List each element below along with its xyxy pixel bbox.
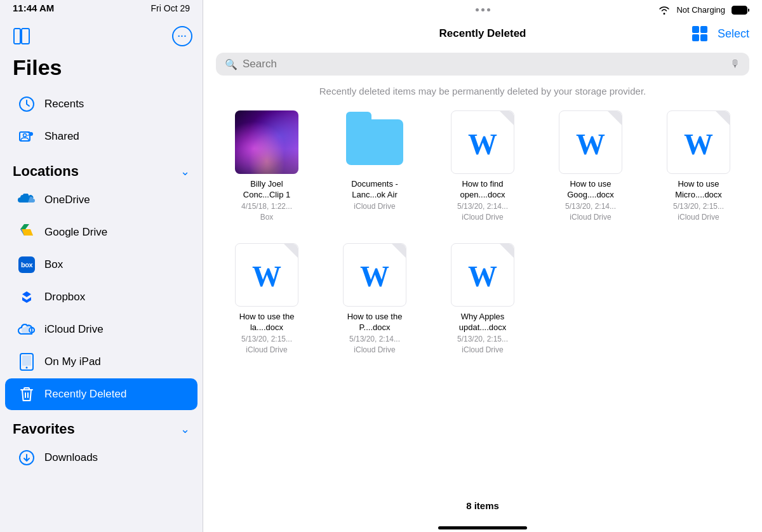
status-bar: 11:44 AM Fri Oct 29 <box>0 0 203 16</box>
header-actions: Select <box>572 25 749 43</box>
file-thumbnail: W <box>343 243 406 307</box>
file-meta-source: iCloud Drive <box>246 345 287 356</box>
file-item[interactable]: W How to use Micro....docx 5/13/20, 2:15… <box>648 107 749 227</box>
svg-rect-15 <box>700 34 707 41</box>
file-meta-date: 5/13/20, 2:15... <box>241 335 292 345</box>
sidebar-item-recentlydeleted[interactable]: Recently Deleted <box>5 378 197 410</box>
file-meta-date: 5/13/20, 2:14... <box>565 202 616 212</box>
sidebar: 11:44 AM Fri Oct 29 ··· Files Recents <box>0 0 203 532</box>
svg-rect-12 <box>692 26 699 33</box>
onedrive-icon <box>18 191 36 209</box>
file-meta-date: 5/13/20, 2:15... <box>457 335 508 345</box>
search-icon: 🔍 <box>225 58 237 70</box>
sidebar-item-recents[interactable]: Recents <box>5 88 197 120</box>
file-name: How to use Micro....docx <box>664 179 733 201</box>
file-meta-source: iCloud Drive <box>462 213 503 223</box>
file-meta-source: iCloud Drive <box>462 345 503 356</box>
sidebar-item-onedrive[interactable]: OneDrive <box>5 184 197 216</box>
sidebar-item-label: On My iPad <box>44 356 101 368</box>
locations-chevron-icon[interactable]: ⌄ <box>180 164 190 178</box>
sidebar-item-downloads[interactable]: Downloads <box>5 442 197 474</box>
file-meta-date: 5/13/20, 2:14... <box>349 335 400 345</box>
info-banner: Recently deleted items may be permanentl… <box>203 83 762 107</box>
favorites-section-header: Favorites ⌄ <box>0 411 203 441</box>
clock-icon <box>18 95 36 113</box>
home-indicator <box>203 521 762 532</box>
file-meta-date: 5/13/20, 2:15... <box>673 202 724 212</box>
sidebar-item-label: Downloads <box>44 451 98 464</box>
svg-rect-1 <box>22 29 29 44</box>
file-name: How to use the P....docx <box>340 312 410 333</box>
svg-rect-13 <box>700 26 707 33</box>
sidebar-item-label: Shared <box>44 130 79 143</box>
sidebar-title: Files <box>0 50 203 88</box>
file-meta-source: iCloud Drive <box>354 345 395 356</box>
grid-view-button[interactable] <box>691 25 709 43</box>
search-input[interactable] <box>243 58 725 70</box>
favorites-chevron-icon[interactable]: ⌄ <box>180 422 190 436</box>
file-item[interactable]: W Why Apples updat....docx 5/13/20, 2:15… <box>432 239 533 359</box>
file-item[interactable]: Documents - Lanc...ok Air iCloud Drive <box>324 107 425 227</box>
sidebar-item-label: Recents <box>44 98 84 110</box>
file-name: Documents - Lanc...ok Air <box>340 179 410 201</box>
status-date: Fri Oct 29 <box>151 3 190 13</box>
sidebar-item-label: Box <box>44 258 63 271</box>
file-name: How to use the la....docx <box>232 312 302 333</box>
file-meta-source: iCloud Drive <box>570 213 611 223</box>
sidebar-item-shared[interactable]: Shared <box>5 121 197 152</box>
file-name: Why Apples updat....docx <box>448 312 518 333</box>
file-meta-source: iCloud Drive <box>354 202 395 212</box>
search-bar[interactable]: 🔍 🎙 <box>216 53 749 76</box>
main-dots <box>394 8 572 11</box>
home-bar <box>438 526 527 529</box>
file-item[interactable]: W How to use the la....docx 5/13/20, 2:1… <box>216 239 318 359</box>
file-thumbnail: W <box>559 110 622 174</box>
file-thumbnail: W <box>235 243 298 307</box>
svg-point-7 <box>26 367 28 369</box>
icloud-icon <box>18 321 36 338</box>
locations-section-header: Locations ⌄ <box>0 153 203 183</box>
sidebar-item-label: iCloud Drive <box>44 323 104 336</box>
shared-icon <box>18 128 36 145</box>
file-name: How to use Goog....docx <box>556 179 625 201</box>
svg-point-4 <box>23 134 27 137</box>
main-header: Recently Deleted Select <box>203 15 762 48</box>
sidebar-item-label: OneDrive <box>44 194 90 206</box>
file-item[interactable]: W How to use Goog....docx 5/13/20, 2:14.… <box>540 107 641 227</box>
file-name: How to find open....docx <box>448 179 518 201</box>
svg-rect-11 <box>733 7 745 13</box>
sidebar-header: ··· <box>0 16 203 50</box>
ipad-icon <box>18 353 36 371</box>
sidebar-item-box[interactable]: box Box <box>5 249 197 281</box>
main-content: Not Charging Recently Deleted Select <box>203 0 762 532</box>
svg-rect-0 <box>14 29 20 44</box>
svg-point-5 <box>29 132 33 136</box>
sidebar-toggle-icon[interactable] <box>10 25 33 48</box>
sidebar-item-dropbox[interactable]: Dropbox <box>5 281 197 313</box>
sidebar-item-onmyipad[interactable]: On My iPad <box>5 346 197 378</box>
more-options-button[interactable]: ··· <box>172 26 192 46</box>
sidebar-item-label: Dropbox <box>44 291 85 303</box>
file-item[interactable]: W How to find open....docx 5/13/20, 2:14… <box>432 107 533 227</box>
files-footer: 8 items <box>203 490 762 521</box>
file-thumbnail: W <box>451 110 514 174</box>
microphone-icon[interactable]: 🎙 <box>730 58 740 70</box>
sidebar-item-icloud[interactable]: iCloud Drive <box>5 314 197 345</box>
file-thumbnail: W <box>667 110 730 174</box>
files-grid: Billy Joel Conc...Clip 1 4/15/18, 1:22..… <box>203 107 762 490</box>
select-button[interactable]: Select <box>718 27 749 41</box>
sidebar-item-label: Recently Deleted <box>44 388 126 401</box>
file-meta-source: Box <box>260 213 274 223</box>
file-thumbnail: W <box>451 243 514 307</box>
file-item[interactable]: W How to use the P....docx 5/13/20, 2:14… <box>324 239 425 359</box>
svg-rect-14 <box>692 34 699 41</box>
sidebar-item-googledrive[interactable]: Google Drive <box>5 216 197 248</box>
battery-icon <box>732 6 749 15</box>
downloads-icon <box>18 449 36 467</box>
file-item[interactable]: Billy Joel Conc...Clip 1 4/15/18, 1:22..… <box>216 107 318 227</box>
status-time: 11:44 AM <box>13 3 54 13</box>
battery-label: Not Charging <box>676 5 725 15</box>
locations-title: Locations <box>13 163 79 180</box>
sidebar-item-label: Google Drive <box>44 226 107 239</box>
sidebar-nav: Recents Shared Locations ⌄ <box>0 88 203 532</box>
